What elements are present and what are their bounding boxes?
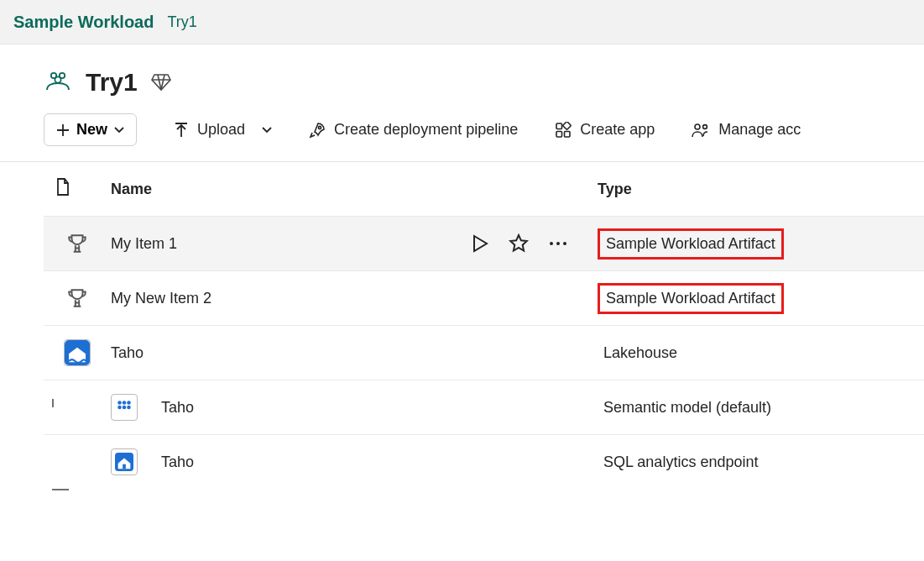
row-type-cell: Lakehouse [598,340,924,366]
item-name[interactable]: My Item 1 [111,235,177,253]
item-type: Lakehouse [598,340,683,366]
create-pipeline-label: Create deployment pipeline [334,121,518,139]
column-header-icon [44,178,111,201]
item-name[interactable]: Taho [161,454,194,471]
row-name-cell: My Item 1 [111,233,598,254]
row-icon-cell [111,448,161,475]
rocket-icon [309,122,326,139]
svg-rect-6 [565,131,571,137]
workspace-name: Try1 [86,68,138,97]
item-type: Sample Workload Artifact [598,228,784,260]
row-actions [472,233,572,254]
people-icon [44,70,72,95]
svg-point-8 [695,124,700,129]
new-button[interactable]: New [44,113,137,146]
manage-access-button[interactable]: Manage acc [692,121,801,139]
semantic-model-icon [111,394,138,421]
app-icon [555,122,572,139]
table-row[interactable]: TahoSQL analytics endpoint [44,434,924,489]
svg-point-9 [703,124,707,128]
svg-rect-5 [556,131,562,137]
item-name[interactable]: Taho [161,399,194,417]
item-type: Semantic model (default) [598,395,777,421]
svg-point-10 [550,242,553,245]
trophy-icon [66,233,88,254]
item-name[interactable]: Taho [111,344,144,362]
people-small-icon [692,123,710,138]
table-row[interactable]: TahoLakehouse [44,325,924,380]
chevron-down-icon [262,127,272,134]
row-icon-cell [44,287,111,309]
plus-icon [56,123,70,137]
item-type: Sample Workload Artifact [598,283,784,314]
diamond-icon[interactable] [151,74,171,91]
create-pipeline-button[interactable]: Create deployment pipeline [309,121,518,139]
row-type-cell: Sample Workload Artifact [598,228,924,260]
svg-point-12 [563,242,566,245]
file-sort-icon[interactable] [55,178,70,197]
manage-access-label: Manage acc [718,121,801,139]
create-app-label: Create app [580,121,655,139]
lakehouse-icon [64,339,91,366]
upload-button[interactable]: Upload [174,121,272,139]
row-type-cell: SQL analytics endpoint [598,449,924,475]
svg-rect-4 [556,123,562,129]
play-icon[interactable] [472,234,488,253]
brand-name[interactable]: Sample Workload [13,13,154,32]
table-row[interactable]: My New Item 2Sample Workload Artifact [44,270,924,325]
row-name-cell: My New Item 2 [111,290,598,307]
upload-icon [174,122,189,139]
star-icon[interactable] [509,233,529,254]
new-button-label: New [76,121,107,139]
svg-rect-7 [563,122,572,129]
row-icon-cell [44,339,111,366]
column-header-type[interactable]: Type [598,181,924,198]
row-name-cell: Taho [111,344,598,362]
row-name-cell: Taho [161,399,598,417]
svg-point-2 [55,76,60,82]
create-app-button[interactable]: Create app [555,121,655,139]
item-table: Name Type My Item 1Sample Workload Artif… [44,162,924,489]
row-type-cell: Semantic model (default) [598,395,924,421]
column-header-name[interactable]: Name [111,181,598,198]
row-name-cell: Taho [161,454,598,471]
toolbar: New Upload Create deployment [0,105,924,162]
svg-point-11 [556,242,560,245]
item-name[interactable]: My New Item 2 [111,290,211,307]
trophy-icon [66,287,88,309]
breadcrumb-page[interactable]: Try1 [167,13,196,31]
table-row[interactable]: TahoSemantic model (default) [44,380,924,434]
breadcrumb-bar: Sample Workload Try1 [0,0,924,45]
upload-label: Upload [197,121,245,139]
sql-endpoint-icon [111,448,138,475]
row-icon-cell [44,233,111,254]
workspace-header: Try1 [0,51,924,105]
table-header-row: Name Type [44,162,924,216]
more-icon[interactable] [549,241,567,246]
chevron-down-icon [114,127,124,134]
row-icon-cell [111,394,161,421]
table-row[interactable]: My Item 1Sample Workload Artifact [44,216,924,270]
svg-point-3 [318,126,321,128]
item-type: SQL analytics endpoint [598,449,764,475]
row-type-cell: Sample Workload Artifact [598,283,924,314]
